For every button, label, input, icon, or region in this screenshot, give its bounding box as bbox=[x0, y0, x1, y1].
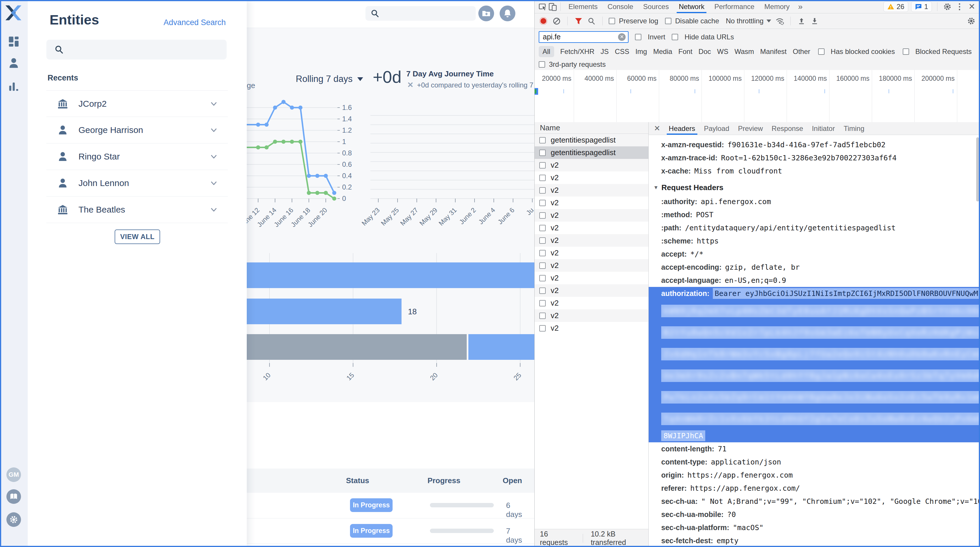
request-row[interactable]: v2 bbox=[535, 309, 648, 322]
recent-item[interactable]: JCorp2 bbox=[46, 91, 228, 117]
request-checkbox[interactable] bbox=[539, 162, 546, 169]
warnings-badge[interactable]: 26 bbox=[883, 2, 908, 12]
request-checkbox[interactable] bbox=[539, 250, 546, 256]
entities-search-input[interactable] bbox=[46, 40, 227, 59]
request-row[interactable]: v2 bbox=[535, 246, 648, 259]
name-column-header[interactable]: Name bbox=[535, 122, 648, 134]
network-settings-icon[interactable] bbox=[967, 16, 976, 25]
network-timeline-ruler[interactable]: 20000 ms40000 ms60000 ms80000 ms100000 m… bbox=[535, 70, 980, 122]
close-devtools-icon[interactable]: ✕ bbox=[967, 2, 977, 11]
advanced-search-link[interactable]: Advanced Search bbox=[164, 18, 226, 27]
devtools-tab-elements[interactable]: Elements bbox=[563, 0, 603, 13]
recent-item[interactable]: The Beatles bbox=[46, 197, 228, 223]
export-har-icon[interactable] bbox=[810, 16, 819, 25]
inspector-tab-response[interactable]: Response bbox=[767, 122, 808, 135]
devtools-tab-sources[interactable]: Sources bbox=[638, 0, 674, 13]
type-filter-img[interactable]: Img bbox=[635, 48, 647, 56]
settings-gear-icon[interactable] bbox=[6, 512, 21, 527]
type-filter-manifest[interactable]: Manifest bbox=[760, 48, 787, 56]
request-row[interactable]: v2 bbox=[535, 197, 648, 209]
request-row[interactable]: getentitiespagedlist bbox=[535, 134, 648, 146]
request-checkbox[interactable] bbox=[539, 325, 546, 332]
recent-item[interactable]: Ringo Star bbox=[46, 143, 228, 170]
type-filter-wasm[interactable]: Wasm bbox=[734, 48, 754, 56]
request-row[interactable]: v2 bbox=[535, 234, 648, 246]
request-row[interactable]: v2 bbox=[535, 322, 648, 334]
request-checkbox[interactable] bbox=[539, 237, 546, 244]
request-checkbox[interactable] bbox=[539, 262, 546, 269]
request-row[interactable]: v2 bbox=[535, 184, 648, 197]
rolling-period-dropdown[interactable]: Rolling 7 days bbox=[296, 74, 363, 84]
request-row[interactable]: v2 bbox=[535, 209, 648, 222]
devtools-tab-memory[interactable]: Memory bbox=[759, 0, 795, 13]
clear-filter-icon[interactable]: ✕ bbox=[618, 33, 625, 41]
request-row[interactable]: v2 bbox=[535, 172, 648, 184]
brand-logo-icon[interactable] bbox=[4, 3, 23, 22]
type-filter-other[interactable]: Other bbox=[793, 48, 810, 56]
inspector-tab-payload[interactable]: Payload bbox=[700, 122, 734, 135]
view-all-button[interactable]: VIEW ALL bbox=[115, 229, 160, 244]
request-checkbox[interactable] bbox=[539, 225, 546, 231]
request-row[interactable]: v2 bbox=[535, 259, 648, 272]
contacts-icon[interactable] bbox=[8, 57, 19, 68]
recent-item[interactable]: George Harrison bbox=[46, 117, 228, 143]
type-filter-font[interactable]: Font bbox=[678, 48, 692, 56]
request-row[interactable]: v2 bbox=[535, 284, 648, 297]
request-row[interactable]: v2 bbox=[535, 272, 648, 284]
type-filter-all[interactable]: All bbox=[539, 46, 554, 57]
filter-icon[interactable] bbox=[574, 16, 583, 25]
clear-network-log-icon[interactable] bbox=[552, 16, 561, 25]
inspect-element-icon[interactable] bbox=[538, 2, 547, 11]
request-checkbox[interactable] bbox=[539, 313, 546, 319]
help-book-icon[interactable] bbox=[6, 489, 21, 504]
request-checkbox[interactable] bbox=[539, 275, 546, 281]
throttling-dropdown[interactable]: No throttling bbox=[725, 17, 771, 25]
global-search-input[interactable] bbox=[366, 6, 476, 21]
inspector-tab-preview[interactable]: Preview bbox=[733, 122, 767, 135]
blocked-requests-checkbox[interactable] bbox=[903, 48, 909, 55]
issues-badge[interactable]: 1 bbox=[911, 2, 932, 12]
type-filter-media[interactable]: Media bbox=[653, 48, 672, 56]
request-row[interactable]: v2 bbox=[535, 297, 648, 309]
request-checkbox[interactable] bbox=[539, 187, 546, 194]
notifications-button[interactable] bbox=[500, 6, 515, 21]
request-checkbox[interactable] bbox=[539, 149, 546, 156]
scrollbar-thumb[interactable] bbox=[976, 137, 979, 202]
network-conditions-icon[interactable] bbox=[775, 16, 784, 25]
request-row[interactable]: v2 bbox=[535, 222, 648, 234]
request-checkbox[interactable] bbox=[539, 200, 546, 206]
disable-cache-checkbox[interactable] bbox=[665, 18, 671, 24]
recent-item[interactable]: John Lennon bbox=[46, 170, 228, 197]
analytics-icon[interactable] bbox=[8, 81, 19, 92]
request-headers-section[interactable]: ▼Request Headers bbox=[649, 180, 980, 195]
request-checkbox[interactable] bbox=[539, 175, 546, 181]
type-filter-fetch-xhr[interactable]: Fetch/XHR bbox=[560, 48, 594, 56]
more-tabs-icon[interactable]: » bbox=[795, 2, 806, 11]
inspector-tab-timing[interactable]: Timing bbox=[839, 122, 869, 135]
create-button[interactable] bbox=[478, 6, 494, 21]
search-network-icon[interactable] bbox=[587, 16, 596, 25]
type-filter-ws[interactable]: WS bbox=[717, 48, 729, 56]
type-filter-css[interactable]: CSS bbox=[615, 48, 629, 56]
inspector-tab-initiator[interactable]: Initiator bbox=[808, 122, 839, 135]
request-checkbox[interactable] bbox=[539, 212, 546, 219]
request-checkbox[interactable] bbox=[539, 300, 546, 307]
request-row[interactable]: getentitiespagedlist bbox=[535, 146, 648, 159]
record-network-log-icon[interactable] bbox=[539, 16, 548, 25]
hide-data-urls-checkbox[interactable] bbox=[672, 34, 678, 40]
invert-checkbox[interactable] bbox=[635, 34, 641, 40]
table-row[interactable]: In Progress 6 days bbox=[247, 493, 535, 518]
kebab-menu-icon[interactable]: ⋮ bbox=[955, 2, 964, 11]
preserve-log-checkbox[interactable] bbox=[609, 18, 615, 24]
table-row[interactable]: In Progress 7 days bbox=[247, 518, 535, 544]
devtools-tab-performance[interactable]: Performance bbox=[710, 0, 759, 13]
request-checkbox[interactable] bbox=[539, 288, 546, 294]
dashboard-icon[interactable] bbox=[8, 36, 19, 47]
type-filter-js[interactable]: JS bbox=[601, 48, 609, 56]
type-filter-doc[interactable]: Doc bbox=[698, 48, 711, 56]
devtools-tab-network[interactable]: Network bbox=[674, 0, 710, 13]
devtools-tab-console[interactable]: Console bbox=[603, 0, 638, 13]
has-blocked-cookies-checkbox[interactable] bbox=[818, 48, 824, 55]
import-har-icon[interactable] bbox=[797, 16, 806, 25]
network-filter-input[interactable] bbox=[539, 31, 628, 43]
